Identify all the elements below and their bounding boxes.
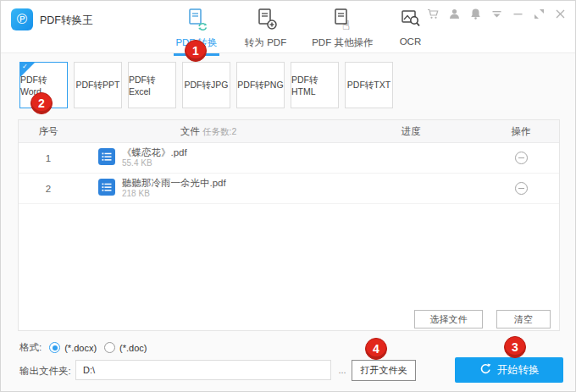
output-folder-label: 输出文件夹: xyxy=(19,365,71,378)
radio-doc[interactable] xyxy=(104,342,115,353)
format-label: 格式: xyxy=(19,341,42,354)
app-window: ℗ PDF转换王 PDF 转换 xyxy=(0,0,576,392)
maximize-icon[interactable] xyxy=(533,8,546,20)
app-logo-icon: ℗ xyxy=(11,8,33,30)
menu-caret-icon[interactable] xyxy=(490,8,503,20)
refresh-icon xyxy=(479,362,492,378)
format-option-docx[interactable]: (*.docx) xyxy=(49,342,97,353)
option-pdf-to-txt[interactable]: PDF转TXT xyxy=(345,62,393,108)
tab-label: OCR xyxy=(400,36,422,47)
row-index: 2 xyxy=(19,184,78,194)
clear-button[interactable]: 清空 xyxy=(496,310,551,329)
tab-pdf-other-ops[interactable]: ☝ PDF 其他操作 xyxy=(308,5,376,61)
close-icon[interactable] xyxy=(554,8,567,20)
table-row: 2 聽聽那冷雨一余光中.pdf 218 KB xyxy=(19,174,559,204)
start-convert-button[interactable]: 开始转换 xyxy=(455,357,563,383)
option-pdf-to-excel[interactable]: PDF转Excel xyxy=(128,62,176,108)
step-2-badge: 2 xyxy=(30,92,53,114)
convert-options-row: ✓ PDF转Word PDF转PPT PDF转Excel PDF转JPG PDF… xyxy=(19,62,393,108)
radio-docx[interactable] xyxy=(49,342,60,353)
cart-icon[interactable] xyxy=(427,8,440,20)
svg-text:☝: ☝ xyxy=(342,18,350,30)
table-header: 序号 文件 任务数:2 进度 操作 xyxy=(19,120,559,143)
format-option-doc[interactable]: (*.doc) xyxy=(104,342,147,353)
tab-label: PDF 其他操作 xyxy=(312,36,373,49)
file-size: 218 KB xyxy=(122,189,226,200)
step-1-badge: 1 xyxy=(185,40,207,62)
task-count: 任务数:2 xyxy=(202,126,236,136)
option-pdf-to-html[interactable]: PDF转HTML xyxy=(291,62,339,108)
pdf-file-icon xyxy=(98,148,115,168)
open-folder-button[interactable]: 打开文件夹 xyxy=(352,360,416,381)
file-name: 聽聽那冷雨一余光中.pdf xyxy=(122,177,226,189)
header-action: 操作 xyxy=(483,125,559,138)
option-pdf-to-jpg[interactable]: PDF转JPG xyxy=(182,62,230,108)
table-row: 1 《蝶恋花》.pdf 55.4 KB xyxy=(19,143,559,174)
pdf-convert-icon xyxy=(185,7,208,34)
file-name: 《蝶恋花》.pdf xyxy=(122,146,187,158)
titlebar: ℗ PDF转换王 PDF 转换 xyxy=(1,1,575,53)
app-title: PDF转换王 xyxy=(40,14,93,28)
bell-icon[interactable] xyxy=(469,8,482,20)
minimize-icon[interactable] xyxy=(512,8,524,20)
file-size: 55.4 KB xyxy=(122,158,187,169)
header-index: 序号 xyxy=(19,125,78,138)
output-folder-input[interactable] xyxy=(75,360,331,380)
row-index: 1 xyxy=(19,153,78,163)
option-pdf-to-ppt[interactable]: PDF转PPT xyxy=(74,62,122,108)
header-file: 文件 任务数:2 xyxy=(78,125,339,138)
option-pdf-to-png[interactable]: PDF转PNG xyxy=(236,62,285,108)
header-progress: 进度 xyxy=(339,125,483,138)
browse-button[interactable]: ... xyxy=(334,360,351,380)
tab-ocr[interactable]: OCR xyxy=(395,5,425,61)
pdf-other-ops-icon: ☝ xyxy=(330,7,354,34)
user-icon[interactable] xyxy=(448,8,461,20)
select-files-button[interactable]: 选择文件 xyxy=(414,310,483,329)
step-4-badge: 4 xyxy=(365,338,387,360)
tab-label: 转为 PDF xyxy=(245,36,286,49)
step-3-badge: 3 xyxy=(504,336,526,358)
to-pdf-icon xyxy=(254,7,278,34)
pdf-file-icon xyxy=(98,179,115,199)
remove-icon[interactable] xyxy=(515,152,528,164)
remove-icon[interactable] xyxy=(515,182,528,195)
ocr-icon xyxy=(398,7,422,34)
main-tabs: PDF 转换 转为 PDF xyxy=(170,5,425,61)
format-row: 格式: (*.docx) (*.doc) xyxy=(19,341,147,354)
tab-to-pdf[interactable]: 转为 PDF xyxy=(241,5,290,61)
file-table: 序号 文件 任务数:2 进度 操作 1 《蝶恋花》.pdf 55.4 KB xyxy=(18,119,560,331)
window-controls xyxy=(427,8,567,20)
